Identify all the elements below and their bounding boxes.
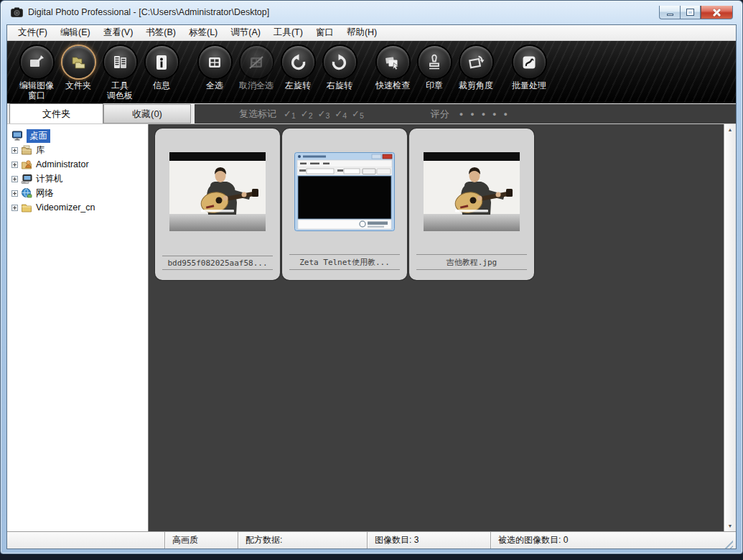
check-icon: ✓ [318,108,326,119]
tree-item-videomizer-cn[interactable]: Videomizer_cn [11,200,146,215]
client-area: 文件(F) 编辑(E) 查看(V) 书签(B) 标签(L) 调节(A) 工具(T… [6,24,737,549]
tab-folder[interactable]: 文件夹 [9,103,103,123]
rotate-left-icon [289,54,307,71]
guitar-video-thumbnail [169,152,266,231]
status-selected-count: 被选的图像数目: 0 [490,532,736,549]
checkmark-rating-bar: 复选标记 ✓1 ✓2 ✓3 ✓4 ✓5 评分 ●●●●● [195,104,736,123]
check-icon: ✓ [335,108,342,119]
rating-dot-1[interactable]: ● [459,111,470,118]
minimize-button[interactable] [659,6,680,19]
tree-item-computer[interactable]: 计算机 [11,172,146,186]
tree-item-administrator[interactable]: Administrator [11,157,146,172]
thumbnail-filename: 吉他教程.jpg [416,254,527,270]
deselect-all-icon [248,54,265,71]
main-toolbar: 编辑图像 窗口 文件夹 工具 调色板 信息 全选 取消全选 [7,41,736,103]
libraries-icon [21,144,32,156]
checkmark-3-button[interactable]: ✓3 [318,108,330,119]
menu-help[interactable]: 帮助(H) [340,25,383,40]
rating-dots: ●●●●● [459,111,515,118]
rotate-left-button[interactable]: 左旋转 [277,46,319,91]
tool-palette-icon [111,54,128,71]
rating-dot-3[interactable]: ● [482,111,492,118]
select-all-button[interactable]: 全选 [194,46,235,91]
telnet-screenshot-thumbnail [294,152,395,231]
status-spacer [7,532,164,549]
status-image-count: 图像数目: 3 [367,532,490,549]
deselect-all-button[interactable]: 取消全选 [235,46,277,91]
window-controls [659,6,733,19]
camera-app-icon [11,7,23,17]
tree-item-desktop[interactable]: 桌面 [11,129,146,143]
menu-view[interactable]: 查看(V) [97,25,140,40]
vertical-scrollbar[interactable]: ▲ ▼ [724,124,736,531]
info-button[interactable]: 信息 [141,46,182,91]
main-area: 桌面 库 Administrator 计算机 [7,123,736,531]
menu-window[interactable]: 窗口 [309,25,340,40]
folder-icon [70,54,87,71]
checkmark-label: 复选标记 [239,108,276,121]
menu-bar: 文件(F) 编辑(E) 查看(V) 书签(B) 标签(L) 调节(A) 工具(T… [7,25,736,41]
edit-image-window-button[interactable]: 编辑图像 窗口 [16,46,57,101]
scroll-up-icon[interactable]: ▲ [724,127,736,132]
menu-bookmark[interactable]: 书签(B) [139,25,182,40]
checkmark-5-button[interactable]: ✓5 [352,108,364,119]
scroll-down-icon[interactable]: ▼ [724,523,736,528]
check-icon: ✓ [301,108,309,119]
checkmark-1-button[interactable]: ✓1 [284,108,296,119]
folder-view-button[interactable]: 文件夹 [57,46,99,91]
window-title: Digital Photo Professional - [C:\Users\A… [28,7,269,17]
quick-check-button[interactable]: 快速检查 [372,46,413,91]
tab-favorites[interactable]: 收藏(0) [103,104,191,123]
restore-icon [687,9,693,15]
expand-icon[interactable] [11,176,18,182]
folder-tree-panel: 桌面 库 Administrator 计算机 [7,124,149,531]
expand-icon[interactable] [11,205,18,211]
batch-process-icon [520,54,538,71]
rating-label: 评分 [431,108,449,121]
thumbnail-card-2[interactable]: Zeta Telnet使用教... [282,129,407,280]
expand-icon[interactable] [11,147,18,154]
edit-image-window-icon [28,54,45,71]
checkmark-buttons: ✓1 ✓2 ✓3 ✓4 ✓5 [284,108,369,119]
tab-bar: 文件夹 收藏(0) 复选标记 ✓1 ✓2 ✓3 ✓4 ✓5 评分 ●●●●● [7,103,736,123]
restore-button[interactable] [680,6,701,19]
tool-palette-button[interactable]: 工具 调色板 [99,46,141,101]
thumbnail-grid: bdd955f082025aaf58... Zeta Telnet使用教... … [149,124,736,531]
thumbnail-filename: Zeta Telnet使用教... [289,254,400,270]
minimize-icon [667,14,673,16]
stamp-button[interactable]: 印章 [413,46,455,91]
thumbnail-card-3[interactable]: 吉他教程.jpg [409,129,534,280]
menu-file[interactable]: 文件(F) [11,25,54,40]
user-folder-icon [21,159,32,170]
checkmark-2-button[interactable]: ✓2 [301,108,313,119]
close-icon [713,9,721,17]
thumbnail-card-1[interactable]: bdd955f082025aaf58... [155,129,280,280]
resize-grip[interactable] [724,540,733,549]
batch-process-button[interactable]: 批量处理 [508,46,550,91]
close-button[interactable] [701,6,733,19]
rating-dot-2[interactable]: ● [470,111,481,118]
rating-dot-4[interactable]: ● [492,111,503,118]
menu-tools[interactable]: 工具(T) [267,25,309,40]
titlebar[interactable]: Digital Photo Professional - [C:\Users\A… [1,1,742,24]
info-icon [153,54,170,71]
network-icon [21,187,32,199]
status-quality: 高画质 [164,532,238,549]
rating-dot-5[interactable]: ● [504,111,515,118]
tree-item-libraries[interactable]: 库 [11,143,146,157]
rotate-right-button[interactable]: 右旋转 [319,46,360,91]
checkmark-4-button[interactable]: ✓4 [335,108,347,119]
status-bar: 高画质 配方数据: 图像数目: 3 被选的图像数目: 0 [7,531,736,549]
expand-icon[interactable] [11,162,18,168]
menu-adjust[interactable]: 调节(A) [224,25,267,40]
rotate-right-icon [331,54,348,71]
menu-label[interactable]: 标签(L) [182,25,224,40]
menu-edit[interactable]: 编辑(E) [54,25,97,40]
expand-icon[interactable] [11,190,18,197]
tree-item-network[interactable]: 网络 [11,186,146,200]
check-icon: ✓ [284,108,291,119]
yellow-folder-icon [21,202,32,213]
trim-angle-button[interactable]: 裁剪角度 [455,46,497,91]
desktop-icon [11,130,23,141]
stamp-icon [426,54,443,71]
